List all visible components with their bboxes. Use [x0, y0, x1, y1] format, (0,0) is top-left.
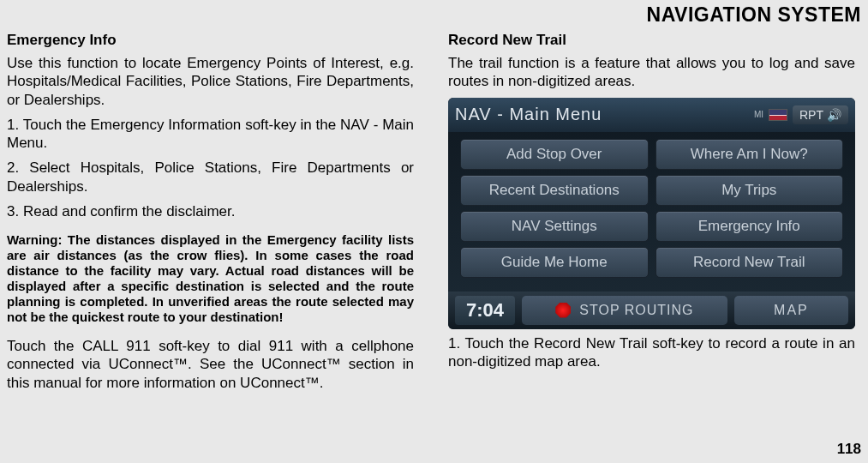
stop-routing-button[interactable]: STOP ROUTING [522, 296, 727, 325]
nav-bottom-bar: 7:04 STOP ROUTING MAP [448, 292, 855, 329]
recent-destinations-button[interactable]: Recent Destinations [460, 175, 649, 206]
stop-icon [555, 303, 571, 318]
emergency-step-1: 1. Touch the Emergency Information soft-… [7, 116, 414, 153]
add-stop-over-button[interactable]: Add Stop Over [460, 139, 649, 170]
left-column: Emergency Info Use this function to loca… [7, 32, 431, 399]
emergency-step-2: 2. Select Hospitals, Police Stations, Fi… [7, 159, 414, 195]
emergency-warning: Warning: The distances displayed in the … [7, 232, 414, 325]
nav-main-menu-screenshot: NAV - Main Menu MI RPT 🔊 Add Stop Over W… [448, 98, 855, 329]
guide-me-home-button[interactable]: Guide Me Home [460, 247, 649, 278]
right-column: Record New Trail The trail function is a… [431, 32, 855, 399]
clock: 7:04 [455, 296, 515, 325]
nav-title-bar: NAV - Main Menu MI RPT 🔊 [448, 98, 855, 132]
page-number: 118 [837, 441, 861, 458]
call-911-note: Touch the CALL 911 soft-key to dial 911 … [7, 337, 414, 392]
content-area: Emergency Info Use this function to loca… [0, 32, 868, 399]
map-button[interactable]: MAP [734, 296, 848, 325]
emergency-info-heading: Emergency Info [7, 32, 414, 49]
emergency-info-intro: Use this function to locate Emergency Po… [7, 54, 414, 109]
emergency-step-3: 3. Read and confirm the disclaimer. [7, 202, 414, 220]
stop-routing-label: STOP ROUTING [579, 303, 693, 318]
speaker-icon: 🔊 [827, 108, 841, 122]
record-trail-heading: Record New Trail [448, 32, 855, 49]
unit-label: MI [754, 110, 763, 119]
rpt-label: RPT [799, 108, 823, 122]
emergency-info-button[interactable]: Emergency Info [655, 211, 844, 242]
my-trips-button[interactable]: My Trips [655, 175, 844, 206]
nav-title-icons: MI RPT 🔊 [754, 105, 848, 124]
nav-button-grid: Add Stop Over Where Am I Now? Recent Des… [448, 132, 855, 285]
where-am-i-now-button[interactable]: Where Am I Now? [655, 139, 844, 170]
record-trail-step-1: 1. Touch the Record New Trail soft-key t… [448, 334, 855, 371]
record-trail-intro: The trail function is a feature that all… [448, 54, 855, 91]
record-new-trail-button[interactable]: Record New Trail [655, 247, 844, 278]
nav-settings-button[interactable]: NAV Settings [460, 211, 649, 242]
flag-icon [769, 109, 787, 121]
page-header: NAVIGATION SYSTEM [0, 0, 868, 32]
repeat-button[interactable]: RPT 🔊 [793, 105, 848, 124]
nav-title: NAV - Main Menu [455, 105, 602, 124]
